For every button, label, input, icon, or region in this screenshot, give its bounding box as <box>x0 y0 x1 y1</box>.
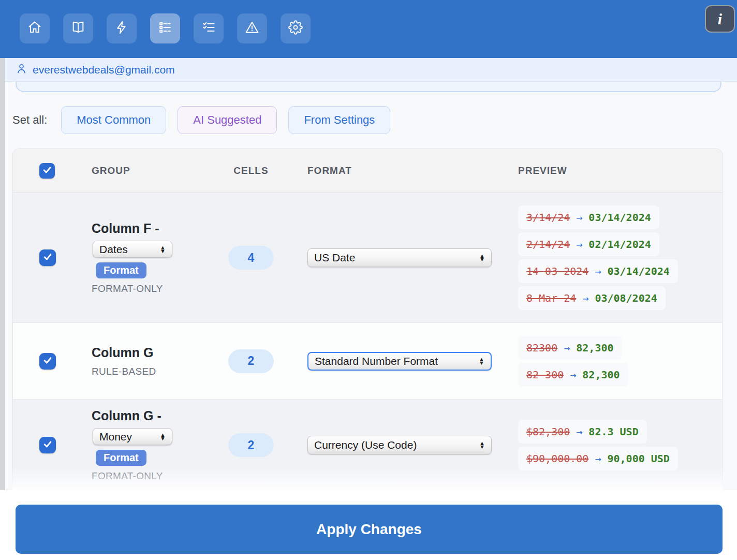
format-select[interactable]: Currency (Use Code) ▲▼ <box>307 436 492 454</box>
preview-line: $82,300→82.3 USD <box>518 420 647 444</box>
group-type-select[interactable]: Money ▲▼ <box>93 428 172 445</box>
preview-line: 82 300→82,300 <box>518 363 628 387</box>
group-cell: Column G - Money ▲▼ Format FORMAT-ONLY <box>92 408 172 482</box>
table-row: Column F - Dates ▲▼ Format FORMAT-ONLY 4… <box>13 193 722 322</box>
group-cell: Column G RULE-BASED <box>92 345 156 377</box>
table-header-row: GROUP CELLS FORMAT PREVIEW <box>13 149 722 193</box>
table-row: Column G - Money ▲▼ Format FORMAT-ONLY 2… <box>13 399 722 490</box>
preview-old-value: $90,000.00 <box>526 452 588 465</box>
nav-format-groups-button[interactable] <box>150 13 180 43</box>
column-header-group: GROUP <box>92 165 130 176</box>
table-row: Column G RULE-BASED 2 Standard Number Fo… <box>13 322 722 399</box>
format-cell: Currency (Use Code) ▲▼ <box>307 436 492 454</box>
preview-old-value: $82,300 <box>526 425 570 438</box>
format-select[interactable]: Standard Number Format ▲▼ <box>307 352 492 371</box>
preview-new-value: 02/14/2024 <box>588 238 651 250</box>
cells-count-pill: 4 <box>228 246 274 270</box>
row-checkbox[interactable] <box>39 249 56 266</box>
group-subtitle: FORMAT-ONLY <box>92 470 163 482</box>
preview-new-value: 90,000 USD <box>607 452 669 465</box>
preview-old-value: 2/14/24 <box>526 238 570 250</box>
check-icon <box>42 439 53 451</box>
arrow-right-icon: → <box>595 265 601 277</box>
format-select-value: US Date <box>314 252 355 264</box>
column-header-cells: CELLS <box>216 165 286 176</box>
group-subtitle: RULE-BASED <box>92 366 156 377</box>
format-cell: US Date ▲▼ <box>307 248 492 267</box>
format-select-value: Currency (Use Code) <box>314 439 417 451</box>
info-icon: i <box>718 10 722 28</box>
group-type-value: Dates <box>99 243 128 256</box>
preview-line: 82300→82,300 <box>518 336 622 360</box>
select-arrows-icon: ▲▼ <box>479 358 484 365</box>
check-icon <box>42 252 53 264</box>
column-header-preview: PREVIEW <box>518 165 567 176</box>
cells-cell: 2 <box>228 433 274 457</box>
nav-home-button[interactable] <box>20 13 50 43</box>
preview-new-value: 82.3 USD <box>588 425 638 438</box>
set-all-most-common-button[interactable]: Most Common <box>61 106 166 134</box>
info-button[interactable]: i <box>705 5 735 33</box>
set-all-label: Set all: <box>12 113 47 127</box>
nav-checklist-button[interactable] <box>194 13 224 43</box>
row-checkbox[interactable] <box>39 353 56 370</box>
set-all-from-settings-button[interactable]: From Settings <box>288 106 390 134</box>
checklist-icon <box>201 20 216 37</box>
select-all-checkbox[interactable] <box>39 163 55 179</box>
settings-icon <box>288 20 303 37</box>
select-arrows-icon: ▲▼ <box>160 246 166 253</box>
nav-bar <box>20 13 311 43</box>
preview-list: 3/14/24→03/14/20242/14/24→02/14/202414-0… <box>518 205 678 310</box>
nav-issues-button[interactable] <box>237 13 267 43</box>
nav-guide-button[interactable] <box>63 13 93 43</box>
warning-icon <box>245 20 259 37</box>
format-list-icon <box>158 20 172 37</box>
preview-new-value: 82,300 <box>582 369 620 381</box>
table-body: Column F - Dates ▲▼ Format FORMAT-ONLY 4… <box>13 193 722 490</box>
arrow-right-icon: → <box>564 342 570 354</box>
check-icon <box>42 165 52 177</box>
preview-new-value: 82,300 <box>576 342 613 354</box>
preview-line: 14-03-2024→03/14/2024 <box>518 259 678 283</box>
account-bar[interactable]: everestwebdeals@gmail.com <box>5 58 737 82</box>
cells-count-pill: 2 <box>228 433 274 457</box>
column-header-format: FORMAT <box>307 165 352 176</box>
format-cell: Standard Number Format ▲▼ <box>307 352 492 371</box>
preview-new-value: 03/14/2024 <box>607 265 669 277</box>
apply-bar: Apply Changes <box>0 490 737 560</box>
group-title: Column G - <box>92 408 161 423</box>
row-checkbox[interactable] <box>39 437 56 453</box>
preview-new-value: 03/14/2024 <box>588 211 651 224</box>
cells-cell: 2 <box>228 349 274 373</box>
arrow-right-icon: → <box>595 452 601 465</box>
preview-old-value: 82300 <box>526 342 557 354</box>
format-badge: Format <box>96 262 146 278</box>
arrow-right-icon: → <box>576 211 582 224</box>
group-title: Column G <box>92 345 153 360</box>
set-all-ai-suggested-button[interactable]: AI Suggested <box>178 106 277 134</box>
select-arrows-icon: ▲▼ <box>479 441 485 449</box>
check-icon <box>42 355 53 367</box>
top-header: i <box>0 0 737 58</box>
cells-cell: 4 <box>228 246 274 270</box>
preview-line: 2/14/24→02/14/2024 <box>518 232 659 256</box>
preview-old-value: 3/14/24 <box>526 211 570 224</box>
sidebar-app: i everestwebdeals@gmail.com Set all: Mos… <box>0 0 737 560</box>
nav-quick-actions-button[interactable] <box>107 13 137 43</box>
left-scroll-gutter <box>0 58 5 490</box>
group-subtitle: FORMAT-ONLY <box>92 283 163 294</box>
nav-settings-button[interactable] <box>281 13 311 43</box>
apply-changes-button[interactable]: Apply Changes <box>16 505 723 554</box>
arrow-right-icon: → <box>576 425 582 438</box>
format-select[interactable]: US Date ▲▼ <box>307 248 492 267</box>
preview-line: $90,000.00→90,000 USD <box>518 447 678 470</box>
preview-line: 3/14/24→03/14/2024 <box>518 205 659 229</box>
preview-list: $82,300→82.3 USD$90,000.00→90,000 USD <box>518 420 678 470</box>
format-badge: Format <box>96 450 146 466</box>
group-title: Column F - <box>92 221 159 236</box>
select-arrows-icon: ▲▼ <box>160 433 166 440</box>
preview-old-value: 8-Mar-24 <box>526 292 576 304</box>
format-groups-table: GROUP CELLS FORMAT PREVIEW Column F - Da… <box>12 149 723 490</box>
arrow-right-icon: → <box>570 369 576 381</box>
group-type-select[interactable]: Dates ▲▼ <box>93 241 172 258</box>
